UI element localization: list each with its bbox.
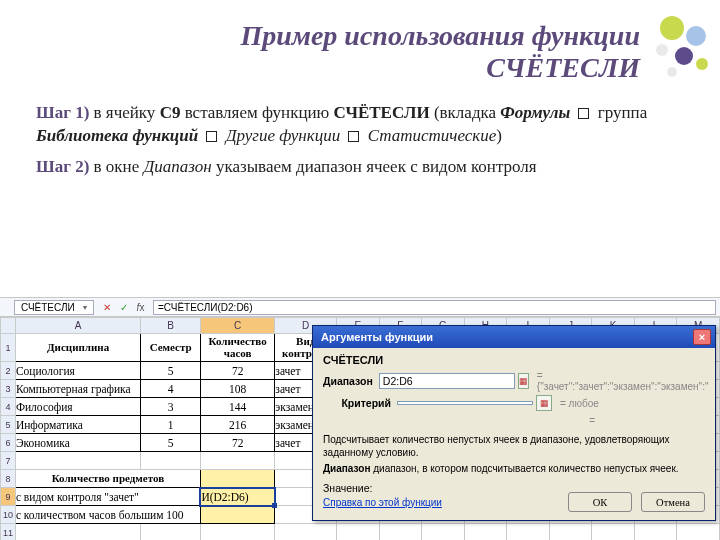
- param-criteria-input[interactable]: [397, 401, 533, 405]
- cancel-formula-icon[interactable]: ✕: [99, 300, 114, 315]
- param-range-input[interactable]: D2:D6: [379, 373, 515, 389]
- accept-formula-icon[interactable]: ✓: [116, 300, 131, 315]
- step-2-text: Шаг 2) в окне Диапазон указываем диапазо…: [0, 148, 720, 179]
- range-picker-icon[interactable]: ▦: [536, 395, 552, 411]
- svg-point-2: [656, 44, 668, 56]
- dialog-equals: =: [323, 415, 595, 426]
- svg-point-4: [696, 58, 708, 70]
- dropdown-icon: ▾: [83, 303, 87, 312]
- decorative-dots: [646, 14, 714, 90]
- close-icon[interactable]: ×: [693, 329, 711, 345]
- dialog-param-description: Диапазон диапазон, в котором подсчитывае…: [323, 463, 705, 474]
- help-link[interactable]: Справка по этой функции: [323, 497, 442, 508]
- dialog-description: Подсчитывает количество непустых ячеек в…: [323, 434, 705, 459]
- name-box[interactable]: СЧЁТЕСЛИ▾: [14, 300, 94, 315]
- svg-point-1: [686, 26, 706, 46]
- cancel-button[interactable]: Отмена: [641, 492, 705, 512]
- step-1-text: Шаг 1) в ячейку C9 вставляем функцию СЧЁ…: [0, 94, 720, 148]
- active-cell-c9: И(D2:D6): [200, 488, 274, 506]
- param-criteria-result: = любое: [560, 398, 599, 409]
- ok-button[interactable]: ОК: [568, 492, 632, 512]
- range-picker-icon[interactable]: ▦: [518, 373, 529, 389]
- fx-icon[interactable]: fx: [133, 300, 148, 315]
- svg-point-0: [660, 16, 684, 40]
- table-row[interactable]: 11: [1, 524, 720, 541]
- svg-point-3: [675, 47, 693, 65]
- param-range-result: = {"зачет":"зачет":"экзамен":"экзамен":": [537, 370, 709, 392]
- slide-title: Пример использования функции СЧЁТЕСЛИ: [0, 0, 720, 94]
- svg-point-5: [667, 67, 677, 77]
- function-arguments-dialog: Аргументы функции × СЧЁТЕСЛИ Диапазон D2…: [312, 325, 716, 521]
- dialog-function-name: СЧЁТЕСЛИ: [323, 354, 705, 366]
- param-criteria-label: Критерий: [323, 397, 391, 409]
- dialog-titlebar[interactable]: Аргументы функции ×: [313, 326, 715, 348]
- formula-bar[interactable]: =СЧЁТЕСЛИ(D2:D6): [153, 300, 716, 315]
- param-range-label: Диапазон: [323, 375, 373, 387]
